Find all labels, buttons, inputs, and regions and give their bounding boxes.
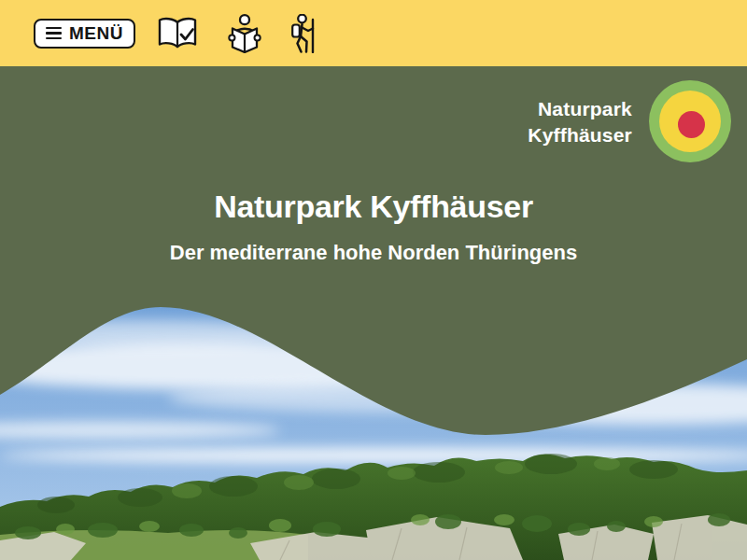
hiker-icon [289, 14, 317, 53]
page-title: Naturpark Kyffhäuser [0, 189, 747, 224]
top-navigation-bar: MENÜ [0, 0, 747, 66]
logo-yellow-ring [659, 91, 721, 152]
brand-logo-circles[interactable] [649, 80, 731, 162]
map-reader-button[interactable] [228, 14, 261, 53]
open-book-check-icon [156, 16, 199, 51]
hiker-button[interactable] [289, 14, 317, 53]
open-book-check-button[interactable] [156, 16, 199, 51]
map-reader-icon [228, 14, 261, 53]
menu-button-label: MENÜ [69, 24, 123, 42]
brand-wordmark[interactable]: Naturpark Kyffhäuser [528, 96, 632, 148]
logo-red-dot [678, 111, 705, 138]
brand-line-1: Naturpark [528, 96, 632, 122]
page-subtitle: Der mediterrane hohe Norden Thüringens [0, 240, 747, 266]
brand-line-2: Kyffhäuser [528, 122, 632, 148]
hamburger-icon [46, 27, 62, 39]
menu-button[interactable]: MENÜ [34, 19, 135, 49]
page: MENÜ [0, 0, 747, 560]
landscape-photo [0, 300, 747, 560]
hero-section: Naturpark Kyffhäuser Naturpark Kyffhäuse… [0, 66, 747, 560]
